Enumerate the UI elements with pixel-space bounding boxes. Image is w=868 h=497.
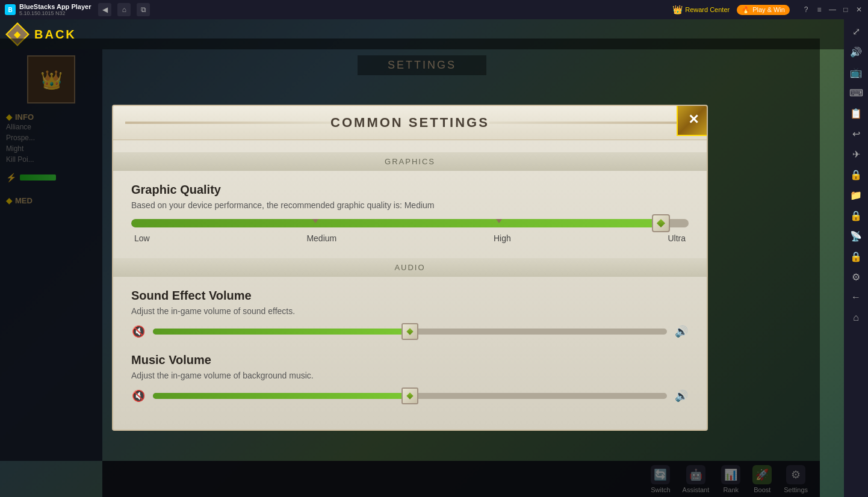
modal-header: COMMON SETTINGS ✕ [113, 106, 707, 140]
music-fill [153, 393, 410, 399]
toolbar-fullscreen[interactable]: ⤢ [847, 22, 865, 40]
music-mute-icon: 🔇 [131, 389, 146, 403]
sound-effect-track [153, 329, 667, 335]
music-up-icon: 🔊 [674, 389, 689, 403]
toolbar-rotate[interactable]: ↩ [847, 125, 865, 143]
sound-effect-thumb-diamond [406, 328, 413, 335]
app-version: 5.10.150.1015 N32 [19, 10, 91, 16]
label-medium: Medium [306, 233, 336, 243]
play-win-label: Play & Win [752, 6, 785, 13]
header-left-bar [125, 122, 330, 124]
crown-icon: 👑 [672, 5, 683, 14]
label-high: High [494, 233, 511, 243]
nav-home-btn[interactable]: ⌂ [117, 3, 131, 16]
music-volume-group: Music Volume Adjust the in-game volume o… [131, 353, 689, 403]
medium-marker [312, 219, 318, 223]
toolbar-lock2[interactable]: 🔒 [847, 206, 865, 224]
modal-header-inner: COMMON SETTINGS [125, 115, 695, 131]
toolbar-keyboard[interactable]: ⌨ [847, 84, 865, 102]
label-low: Low [134, 233, 150, 243]
modal-title: COMMON SETTINGS [330, 115, 489, 131]
graphic-quality-group: Graphic Quality Based on your device per… [131, 183, 689, 243]
toolbar-home[interactable]: ⌂ [847, 309, 865, 327]
reward-center[interactable]: 👑 Reward Center [672, 5, 730, 14]
sound-effect-desc: Adjust the in-game volume of sound effec… [131, 306, 689, 316]
toolbar-location[interactable]: 📡 [847, 227, 865, 245]
medium-marker-arrow [312, 219, 318, 223]
volume-mute-icon: 🔇 [131, 325, 146, 338]
header-right-bar [489, 122, 695, 124]
back-arrow-icon: ◆ [14, 29, 22, 39]
reward-center-label: Reward Center [685, 6, 730, 13]
nav-back-btn[interactable]: ◀ [98, 3, 111, 16]
audio-section-header: AUDIO [113, 258, 707, 277]
high-marker-arrow [496, 219, 502, 223]
quality-fill [131, 219, 661, 227]
modal-close-button[interactable]: ✕ [677, 105, 708, 136]
bluestacks-logo: B BlueStacks App Player 5.10.150.1015 N3… [5, 3, 91, 16]
minimize-btn[interactable]: — [828, 5, 837, 14]
app-name: BlueStacks App Player [19, 3, 91, 10]
sound-effect-group: Sound Effect Volume Adjust the in-game v… [131, 289, 689, 338]
quality-slider-container [131, 219, 689, 227]
toolbar-lock1[interactable]: 🔒 [847, 165, 865, 184]
sound-effect-slider-container: 🔇 🔊 [131, 325, 689, 338]
graphic-quality-title: Graphic Quality [131, 183, 689, 197]
window-controls: ? ≡ — □ ✕ [802, 5, 863, 14]
music-track [153, 393, 667, 399]
modal-body: GRAPHICS Graphic Quality Based on your d… [113, 140, 707, 430]
game-area: ◆ BACK SETTINGS 👑 ◆ INFO Alliance Prospe… [0, 19, 844, 497]
sound-effect-thumb[interactable] [401, 323, 418, 340]
toolbar-volume[interactable]: 🔊 [847, 43, 865, 61]
sound-effect-fill [153, 329, 410, 335]
audio-label: AUDIO [394, 263, 425, 272]
toolbar-lock3[interactable]: 🔒 [847, 247, 865, 265]
graphics-label: GRAPHICS [385, 157, 435, 166]
music-thumb[interactable] [401, 387, 418, 404]
graphic-quality-desc: Based on your device performance, the re… [131, 200, 689, 210]
quality-thumb[interactable] [652, 214, 670, 232]
sound-effect-title: Sound Effect Volume [131, 289, 689, 303]
toolbar-folder[interactable]: 📁 [847, 186, 865, 204]
bluestacks-icon: B [5, 4, 16, 15]
fire-icon: 🔥 [742, 6, 750, 14]
high-marker [496, 219, 502, 223]
common-settings-modal: COMMON SETTINGS ✕ GRAPHICS Graphic Quali… [112, 105, 708, 431]
graphics-section-header: GRAPHICS [113, 152, 707, 171]
toolbar-clipboard[interactable]: 📋 [847, 104, 865, 122]
right-toolbar: ⤢ 🔊 📺 ⌨ 📋 ↩ ✈ 🔒 📁 🔒 📡 🔒 ⚙ ← ⌂ [844, 19, 868, 497]
quality-labels: Low Medium High Ultra [131, 233, 689, 243]
help-btn[interactable]: ? [802, 5, 810, 14]
toolbar-display[interactable]: 📺 [847, 63, 865, 81]
nav-windows-btn[interactable]: ⧉ [137, 3, 150, 16]
music-volume-desc: Adjust the in-game volume of background … [131, 371, 689, 380]
quality-track [131, 219, 689, 227]
toolbar-airplane[interactable]: ✈ [847, 145, 865, 163]
label-ultra: Ultra [668, 233, 686, 243]
toolbar-settings[interactable]: ⚙ [847, 268, 865, 286]
modal-overlay: COMMON SETTINGS ✕ GRAPHICS Graphic Quali… [0, 39, 820, 497]
volume-up-icon: 🔊 [674, 325, 689, 338]
maximize-btn[interactable]: □ [842, 5, 850, 14]
close-x-icon: ✕ [688, 112, 699, 128]
top-bar-nav: ◀ ⌂ ⧉ [98, 3, 150, 16]
music-slider-container: 🔇 🔊 [131, 389, 689, 403]
music-thumb-diamond [406, 392, 413, 399]
toolbar-back[interactable]: ← [847, 288, 865, 306]
close-btn[interactable]: ✕ [855, 5, 863, 14]
menu-btn[interactable]: ≡ [815, 5, 823, 14]
top-bar: B BlueStacks App Player 5.10.150.1015 N3… [0, 0, 868, 19]
top-bar-right: 👑 Reward Center 🔥 Play & Win ? ≡ — □ ✕ [672, 5, 863, 15]
play-win-btn[interactable]: 🔥 Play & Win [737, 5, 790, 15]
music-volume-title: Music Volume [131, 353, 689, 367]
quality-thumb-diamond [657, 219, 665, 227]
